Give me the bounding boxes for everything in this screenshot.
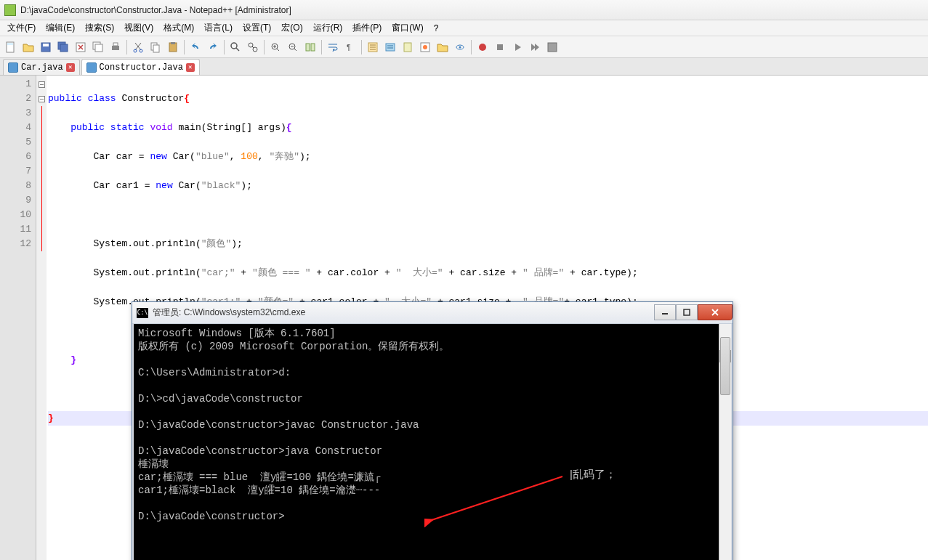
undo-icon[interactable] [187,39,203,55]
maximize-button[interactable] [676,304,698,320]
menu-macro[interactable]: 宏(O) [277,20,307,36]
menu-view[interactable]: 视图(V) [120,20,158,36]
menu-settings[interactable]: 设置(T) [238,20,275,36]
redo-icon[interactable] [205,39,221,55]
cmd-titlebar[interactable]: C:\ 管理员: C:\Windows\system32\cmd.exe [132,302,733,324]
close-icon[interactable] [73,39,89,55]
svg-rect-34 [548,43,557,52]
tab-constructor-java[interactable]: Constructor.Java ✕ [81,59,200,75]
svg-rect-9 [112,46,119,50]
tab-bar: Car.java ✕ Constructor.Java ✕ [0,58,928,76]
indent-guide-icon[interactable] [365,39,381,55]
cmd-icon: C:\ [137,308,148,318]
cmd-line: 棰滆壊 [138,458,169,470]
play-macro-icon[interactable] [509,39,525,55]
open-file-icon[interactable] [20,39,36,55]
menu-run[interactable]: 运行(R) [309,20,347,36]
cmd-line: D:\javaCode\constructor>javac Constructo… [138,419,419,431]
menu-language[interactable]: 语言(L) [200,20,237,36]
cmd-line: 版权所有 (c) 2009 Microsoft Corporation。保留所有… [138,341,449,352]
cmd-scrollbar[interactable]: ▲ ▼ [719,324,731,560]
print-icon[interactable] [108,39,124,55]
record-macro-icon[interactable] [475,39,491,55]
cut-icon[interactable] [130,39,146,55]
annotation-label: |乱码了； [570,468,616,481]
close-all-icon[interactable] [90,39,106,55]
new-file-icon[interactable] [3,39,19,55]
svg-rect-22 [306,44,310,51]
svg-rect-10 [113,43,118,46]
folder-icon[interactable] [435,39,451,55]
cmd-line: car1;棰滆壊=black 澶у皬=10 鍝佺墝=瀹濋┈--- [138,484,380,496]
tab-close-icon[interactable]: ✕ [186,63,195,72]
word-wrap-icon[interactable] [325,39,341,55]
menu-plugins[interactable]: 插件(P) [348,20,386,36]
menu-edit[interactable]: 编辑(E) [41,20,79,36]
svg-rect-1 [7,43,13,45]
fold-column[interactable] [36,76,47,560]
show-all-chars-icon[interactable]: ¶ [342,39,358,55]
menu-help[interactable]: ? [429,22,443,35]
editor-area[interactable]: 1234 5678 9101112 public class Construct… [0,76,928,560]
toolbar: ¶ [0,36,928,58]
svg-rect-35 [684,309,690,315]
document-icon [86,62,97,73]
svg-rect-26 [386,44,395,51]
paste-icon[interactable] [165,39,181,55]
toolbar-separator [264,40,265,54]
save-macro-icon[interactable] [544,39,560,55]
tab-car-java[interactable]: Car.java ✕ [3,59,80,75]
app-titlebar: D:\javaCode\constructor\Constructor.Java… [0,0,928,20]
close-button[interactable] [698,304,733,320]
user-lang-icon[interactable] [382,39,398,55]
tab-close-icon[interactable]: ✕ [66,63,75,72]
svg-line-36 [432,476,562,520]
menu-format[interactable]: 格式(M) [159,20,198,36]
sync-scroll-icon[interactable] [302,39,318,55]
cmd-window[interactable]: C:\ 管理员: C:\Windows\system32\cmd.exe Mic… [132,301,733,560]
save-icon[interactable] [38,39,54,55]
toolbar-separator [321,40,322,54]
copy-icon[interactable] [148,39,164,55]
tab-label: Car.java [21,62,63,73]
cmd-output[interactable]: Microsoft Windows [版本 6.1.7601] 版权所有 (c)… [132,324,733,560]
zoom-out-icon[interactable] [285,39,301,55]
stop-macro-icon[interactable] [492,39,508,55]
play-multi-icon[interactable] [527,39,543,55]
svg-rect-5 [60,44,68,52]
svg-point-17 [231,43,237,49]
cmd-window-buttons [654,305,733,321]
cmd-line: C:\Users\Administrator>d: [138,367,291,378]
cmd-line: car;棰滆壊 === blue 澶у皬=100 鍝佺墝=濂旈┌ [138,471,380,483]
svg-rect-23 [311,44,315,51]
svg-rect-27 [404,43,411,52]
svg-rect-33 [497,44,503,50]
svg-rect-14 [153,45,159,52]
doc-map-icon[interactable] [400,39,416,55]
minimize-button[interactable] [654,304,676,320]
replace-icon[interactable] [245,39,261,55]
svg-point-31 [459,46,461,48]
zoom-in-icon[interactable] [267,39,283,55]
app-icon [4,4,16,16]
menubar: 文件(F) 编辑(E) 搜索(S) 视图(V) 格式(M) 语言(L) 设置(T… [0,20,928,36]
toolbar-separator [184,40,185,54]
menu-window[interactable]: 窗口(W) [387,20,427,36]
annotation-arrow [424,469,570,527]
find-icon[interactable] [227,39,243,55]
menu-file[interactable]: 文件(F) [3,20,40,36]
toolbar-separator [471,40,472,54]
tab-label: Constructor.Java [100,62,183,73]
save-all-icon[interactable] [55,39,71,55]
scroll-thumb[interactable] [720,337,730,395]
menu-search[interactable]: 搜索(S) [81,20,118,36]
func-list-icon[interactable] [417,39,433,55]
window-title: D:\javaCode\constructor\Constructor.Java… [20,5,291,15]
svg-rect-3 [43,44,49,46]
cmd-line: D:\>cd\javaCode\constructor [138,393,303,405]
svg-rect-16 [171,42,175,44]
cmd-title: 管理员: C:\Windows\system32\cmd.exe [153,307,305,319]
svg-point-29 [423,45,427,49]
monitor-icon[interactable] [452,39,468,55]
svg-point-32 [479,44,486,51]
